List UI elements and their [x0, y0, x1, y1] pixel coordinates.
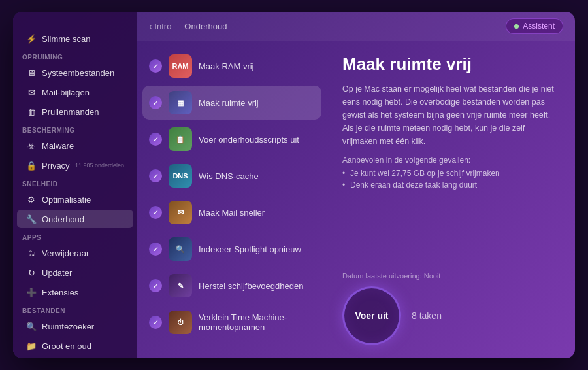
section-label-bescherming: Bescherming [13, 122, 137, 136]
slimme-scan-icon: ⚡ [26, 33, 37, 44]
section-label-bestanden: Bestanden [13, 302, 137, 316]
sidebar-item-privacy[interactable]: 🔒 Privacy 11.905 onderdelen [17, 156, 133, 175]
systeembestanden-label: Systeembestanden [42, 68, 114, 78]
task-icon-box: ✉ [169, 201, 192, 224]
sidebar: ⚡ Slimme scan Opruiming 🖥 Systeembestand… [13, 12, 137, 358]
ruimtezoeker-label: Ruimtezoeker [42, 322, 94, 331]
systeembestanden-icon: 🖥 [26, 67, 37, 78]
mail-bijlagen-icon: ✉ [26, 87, 37, 97]
task-check-icon: ✓ [149, 96, 162, 109]
verwijderaar-icon: 🗂 [26, 248, 37, 258]
task-icon-box: ▦ [169, 91, 192, 114]
footer-actions: Voer uit 8 taken [342, 286, 559, 345]
privacy-icon: 🔒 [26, 160, 37, 171]
updater-icon: ↻ [26, 267, 37, 278]
tasks-panel: ✓RAMMaak RAM vrij✓▦Maak ruimte vrij✓📋Voe… [137, 41, 327, 358]
run-button[interactable]: Voer uit [342, 286, 401, 345]
malware-label: Malware [42, 141, 74, 151]
ruimtezoeker-icon: 🔍 [26, 321, 37, 331]
section-label-apps: Apps [13, 229, 137, 243]
sidebar-item-optimalisatie[interactable]: ⚙ Optimalisatie [17, 190, 133, 209]
sidebar-item-slimme-scan[interactable]: ⚡ Slimme scan [17, 29, 133, 48]
app-window: ⚡ Slimme scan Opruiming 🖥 Systeembestand… [13, 12, 575, 358]
chevron-left-icon: ‹ [149, 22, 152, 31]
task-check-icon: ✓ [149, 59, 162, 73]
aanbevolen-title: Aanbevolen in de volgende gevallen: [342, 156, 559, 165]
extensies-label: Extensies [42, 288, 78, 297]
section-title: Onderhoud [184, 22, 227, 31]
sidebar-item-malware[interactable]: ☣ Malware [17, 137, 133, 155]
groot-en-oud-icon: 📁 [26, 341, 37, 351]
optimalisatie-icon: ⚙ [26, 194, 37, 205]
task-check-icon: ✓ [149, 206, 162, 219]
task-label: Maak ruimte vrij [199, 98, 259, 108]
back-label: Intro [154, 22, 171, 31]
sidebar-item-onderhoud[interactable]: 🔧 Onderhoud [17, 210, 133, 228]
task-item[interactable]: ✓🔍Indexeer Spotlight opnieuw [142, 232, 321, 266]
sidebar-item-ruimtezoeker[interactable]: 🔍 Ruimtezoeker [17, 317, 133, 335]
sidebar-item-groot-en-oud[interactable]: 📁 Groot en oud [17, 337, 133, 355]
groot-en-oud-label: Groot en oud [42, 341, 91, 351]
sidebar-item-systeembestanden[interactable]: 🖥 Systeembestanden [17, 63, 133, 82]
task-icon-box: DNS [169, 164, 192, 188]
sidebar-item-mail-bijlagen[interactable]: ✉ Mail-bijlagen [17, 83, 133, 101]
task-label: Maak Mail sneller [199, 208, 265, 218]
assistant-button[interactable]: Assistent [506, 18, 563, 34]
task-label: Maak RAM vrij [199, 61, 254, 71]
sidebar-item-updater[interactable]: ↻ Updater [17, 263, 133, 282]
main-area: ‹ Intro Onderhoud Assistent ✓RAMMaak RAM… [137, 12, 575, 358]
onderhoud-icon: 🔧 [26, 214, 37, 224]
aanbevolen-section: Aanbevolen in de volgende gevallen: Je k… [342, 156, 559, 190]
task-item[interactable]: ✓✎Herstel schijfbevoegdheden [142, 269, 321, 303]
bullet-item: Je kunt wel 27,75 GB op je schijf vrijma… [342, 169, 559, 178]
bullet-item: Denk eraan dat deze taak lang duurt [342, 180, 559, 190]
tasks-count: 8 taken [412, 311, 442, 321]
task-item[interactable]: ✓📋Voer onderhoudsscripts uit [142, 122, 321, 156]
optimalisatie-label: Optimalisatie [42, 195, 91, 205]
sidebar-item-prullenmanden[interactable]: 🗑 Prullenmanden [17, 103, 133, 121]
detail-footer: Datum laatste uitvoering: Nooit Voer uit… [342, 272, 559, 345]
task-check-icon: ✓ [149, 316, 162, 329]
privacy-label: Privacy [42, 161, 70, 171]
mail-bijlagen-label: Mail-bijlagen [42, 88, 90, 97]
aanbevolen-bullets: Je kunt wel 27,75 GB op je schijf vrijma… [342, 169, 559, 190]
task-item[interactable]: ✓RAMMaak RAM vrij [142, 49, 321, 83]
task-icon-box: RAM [169, 54, 192, 78]
detail-description: Op je Mac staan er mogelijk heel wat bes… [342, 82, 559, 148]
task-icon-box: ✎ [169, 274, 192, 297]
task-icon-box: 🔍 [169, 237, 192, 261]
sidebar-item-extensies[interactable]: ➕ Extensies [17, 283, 133, 301]
task-item[interactable]: ✓DNSWis DNS-cache [142, 159, 321, 193]
task-item[interactable]: ✓⏱Verklein Time Machine-momentopnamen [142, 305, 321, 339]
section-label-opruiming: Opruiming [13, 48, 137, 63]
content-area: ✓RAMMaak RAM vrij✓▦Maak ruimte vrij✓📋Voe… [137, 41, 575, 358]
task-check-icon: ✓ [149, 279, 162, 292]
prullenmanden-icon: 🗑 [26, 107, 37, 117]
task-label: Voer onderhoudsscripts uit [199, 135, 299, 144]
extensies-icon: ➕ [26, 287, 37, 297]
verwijderaar-label: Verwijderaar [42, 248, 89, 258]
sidebar-item-verwijderaar[interactable]: 🗂 Verwijderaar [17, 244, 133, 262]
sidebar-item-versnipperaar[interactable]: 📄 Versnipperaar [17, 356, 133, 358]
prullenmanden-label: Prullenmanden [42, 107, 99, 117]
task-item[interactable]: ✓✉Maak Mail sneller [142, 195, 321, 229]
assistant-status-dot [514, 24, 519, 29]
malware-icon: ☣ [26, 141, 37, 151]
back-link[interactable]: ‹ Intro [149, 22, 171, 31]
task-check-icon: ✓ [149, 169, 162, 182]
assistant-label: Assistent [523, 22, 555, 31]
datum-label: Datum laatste uitvoering: Nooit [342, 272, 559, 280]
task-label: Herstel schijfbevoegdheden [199, 281, 303, 291]
task-icon-box: 📋 [169, 127, 192, 151]
top-bar: ‹ Intro Onderhoud Assistent [137, 12, 575, 41]
task-label: Wis DNS-cache [199, 171, 259, 181]
detail-panel: Maak ruimte vrij Op je Mac staan er moge… [327, 41, 575, 358]
task-icon-box: ⏱ [169, 311, 192, 334]
task-check-icon: ✓ [149, 133, 162, 146]
updater-label: Updater [42, 268, 72, 278]
task-check-icon: ✓ [149, 243, 162, 256]
detail-title: Maak ruimte vrij [342, 54, 559, 75]
slimme-scan-label: Slimme scan [42, 34, 90, 44]
section-label-snelheid: Snelheid [13, 175, 137, 190]
task-item[interactable]: ✓▦Maak ruimte vrij [142, 86, 321, 120]
